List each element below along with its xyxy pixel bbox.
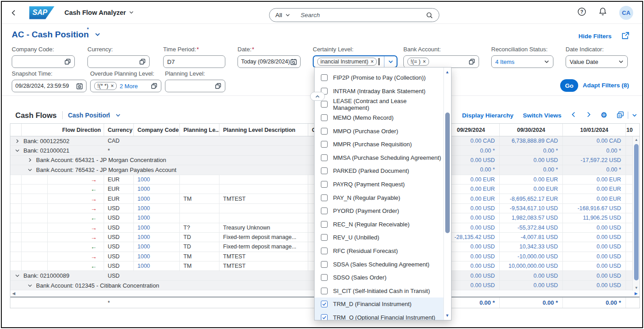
vertical-scrollbar[interactable]: ▲ ▼ bbox=[632, 136, 639, 291]
checkbox[interactable] bbox=[321, 74, 328, 81]
dropdown-item[interactable]: REV_U (Unbilled) bbox=[315, 231, 444, 244]
chevron-down-icon[interactable] bbox=[285, 11, 290, 19]
dropdown-item[interactable]: INTRAM (Intraday Bank Statement) bbox=[315, 85, 444, 98]
dropdown-item[interactable]: FIP2P (Promise to Pay (Collection)) bbox=[315, 71, 444, 85]
remove-token-icon[interactable]: × bbox=[423, 59, 426, 65]
column-header[interactable]: Currency bbox=[104, 124, 134, 136]
reconciliation-status-select[interactable]: 4 Items bbox=[491, 55, 553, 68]
column-header[interactable]: Planning Level Description bbox=[219, 124, 308, 136]
column-header[interactable]: Planning Le... bbox=[180, 124, 219, 136]
column-header[interactable]: Company Code bbox=[134, 124, 180, 136]
checkbox[interactable] bbox=[321, 314, 328, 320]
bank-account-input[interactable]: !(= ) × bbox=[403, 55, 479, 68]
dropdown-item[interactable]: TRM_D (Financial Instrument) bbox=[315, 297, 444, 311]
display-hierarchy-button[interactable]: Display Hierarchy bbox=[462, 112, 513, 119]
date-input[interactable]: Today (09/28/2024) bbox=[238, 55, 301, 68]
scrollbar-thumb[interactable] bbox=[634, 144, 639, 280]
scrollbar-thumb[interactable] bbox=[445, 113, 450, 233]
remove-token-icon[interactable]: × bbox=[370, 59, 374, 65]
scroll-up-icon[interactable]: ▲ bbox=[633, 136, 640, 143]
expand-toggle-icon[interactable] bbox=[27, 283, 32, 288]
planning-level-input[interactable] bbox=[165, 80, 225, 92]
notifications-bell-icon[interactable] bbox=[598, 7, 607, 18]
checkbox[interactable] bbox=[321, 181, 328, 188]
datetime-picker-icon[interactable] bbox=[76, 83, 83, 90]
previous-column-button[interactable] bbox=[571, 112, 576, 119]
column-header-date[interactable]: 10 bbox=[626, 124, 633, 136]
checkbox[interactable] bbox=[321, 128, 328, 135]
expand-toggle-icon[interactable] bbox=[15, 273, 20, 278]
expand-toggle-icon[interactable] bbox=[15, 139, 20, 144]
search-scope[interactable]: All bbox=[275, 12, 282, 18]
time-period-input[interactable]: D7 bbox=[163, 55, 225, 68]
help-icon[interactable]: ? bbox=[577, 7, 586, 18]
dropdown-item[interactable]: SDSO (Sales Order) bbox=[315, 271, 444, 284]
hide-filters-link[interactable]: Hide Filters bbox=[578, 33, 612, 40]
checkbox[interactable] bbox=[321, 167, 328, 174]
expand-toggle-icon[interactable] bbox=[27, 167, 32, 172]
scroll-down-icon[interactable]: ▼ bbox=[444, 312, 451, 319]
filter-token[interactable]: !(* *) × bbox=[94, 82, 117, 90]
dropdown-item[interactable]: MMSA (Purchase Scheduling Agreement) bbox=[315, 151, 444, 165]
dropdown-item[interactable]: PYORD (Payment Order) bbox=[315, 204, 444, 218]
chevron-down-icon[interactable] bbox=[618, 59, 624, 64]
view-selector[interactable]: Cash Position* bbox=[68, 112, 121, 119]
back-icon[interactable] bbox=[11, 10, 17, 16]
column-header-date[interactable]: 09/30/2024 bbox=[500, 124, 563, 136]
search-icon[interactable] bbox=[426, 12, 433, 19]
value-help-icon[interactable] bbox=[139, 59, 146, 65]
date-indicator-select[interactable]: Value Date bbox=[566, 55, 628, 68]
remove-token-icon[interactable]: × bbox=[110, 83, 114, 89]
certainty-level-multicombobox[interactable]: inancial Instrument) × bbox=[313, 55, 397, 68]
chevron-down-icon[interactable] bbox=[384, 56, 397, 67]
checkbox[interactable] bbox=[321, 207, 328, 214]
value-help-icon[interactable] bbox=[215, 83, 221, 89]
global-search[interactable]: All Search bbox=[269, 8, 439, 22]
filter-token[interactable]: !(= ) × bbox=[407, 58, 429, 66]
app-title-menu[interactable]: Cash Flow Analyzer bbox=[64, 9, 134, 16]
dropdown-item[interactable]: MMPR (Purchase Requisition) bbox=[315, 138, 444, 151]
dropdown-item[interactable]: MMPO (Purchase Order) bbox=[315, 124, 444, 138]
checkbox[interactable] bbox=[321, 288, 328, 294]
avatar[interactable]: CA bbox=[619, 6, 633, 20]
expand-toggle-icon[interactable] bbox=[27, 158, 32, 162]
dropdown-item[interactable]: LEASE (Contract and Lease Management) bbox=[315, 98, 444, 111]
checkbox[interactable] bbox=[321, 101, 328, 108]
table-settings-icon[interactable]: ⚙ bbox=[601, 112, 607, 119]
overdue-planning-level-input[interactable]: !(* *) × 2 More bbox=[90, 80, 161, 92]
scroll-down-icon[interactable]: ▼ bbox=[633, 284, 640, 291]
checkbox[interactable] bbox=[321, 248, 328, 254]
dropdown-item[interactable]: SDSA (Sales Scheduling Agreement) bbox=[315, 257, 444, 271]
checkbox[interactable] bbox=[321, 194, 328, 201]
dropdown-scrollbar[interactable]: ▲ ▼ bbox=[443, 68, 451, 320]
search-input[interactable]: Search bbox=[301, 12, 320, 18]
scroll-up-icon[interactable]: ▲ bbox=[444, 68, 451, 76]
dropdown-item[interactable]: SI_CIT (Self-Initiated Cash in Transit) bbox=[315, 284, 444, 298]
checkbox[interactable] bbox=[321, 274, 328, 281]
dropdown-item[interactable]: RFC (Residual Forecast) bbox=[315, 244, 444, 258]
export-icon[interactable] bbox=[617, 111, 624, 120]
collapse-filter-bar-button[interactable] bbox=[310, 92, 325, 101]
next-column-button[interactable] bbox=[586, 112, 591, 119]
dropdown-item[interactable]: MEMO (Memo Record) bbox=[315, 111, 444, 125]
checkbox[interactable] bbox=[321, 301, 328, 307]
value-help-icon[interactable] bbox=[64, 59, 71, 65]
value-help-icon[interactable] bbox=[469, 59, 475, 65]
snapshot-time-input[interactable]: 09/28/2024, 23:59:59 bbox=[12, 80, 87, 92]
scroll-left-icon[interactable]: ◀ bbox=[12, 291, 15, 296]
checkbox[interactable] bbox=[321, 114, 328, 121]
dropdown-item[interactable]: REC_N (Regular Receivable) bbox=[315, 218, 444, 231]
checkbox[interactable] bbox=[321, 261, 328, 268]
scroll-right-icon[interactable]: ▶ bbox=[635, 291, 638, 296]
checkbox[interactable] bbox=[321, 234, 328, 241]
go-button[interactable]: Go bbox=[560, 79, 578, 92]
date-picker-icon[interactable] bbox=[290, 59, 297, 65]
value-help-icon[interactable] bbox=[151, 83, 157, 89]
checkbox[interactable] bbox=[321, 221, 328, 228]
currency-input[interactable] bbox=[87, 55, 150, 68]
switch-views-button[interactable]: Switch Views bbox=[523, 112, 561, 119]
column-header[interactable]: Flow Direction bbox=[22, 124, 104, 136]
column-header-date[interactable]: 10/01/2024 bbox=[563, 124, 626, 136]
checkbox[interactable] bbox=[321, 154, 328, 161]
filter-token[interactable]: inancial Instrument) × bbox=[317, 58, 377, 66]
